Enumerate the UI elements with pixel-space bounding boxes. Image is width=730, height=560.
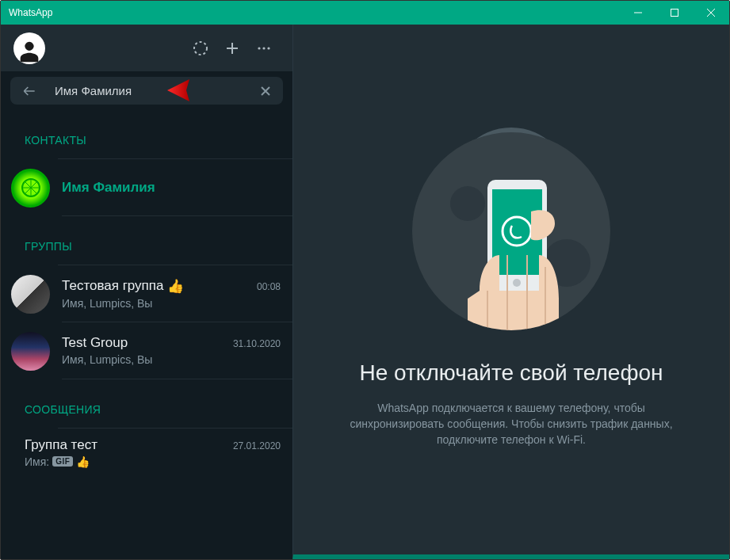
contact-avatar — [11, 169, 50, 208]
group-avatar — [11, 332, 50, 371]
message-row[interactable]: Группа тест 27.01.2020 Имя: GIF 👍 — [1, 429, 292, 476]
group-row[interactable]: Тестовая группа👍 00:08 Имя, Lumpics, Вы — [1, 265, 292, 322]
group-members: Имя, Lumpics, Вы — [62, 297, 281, 310]
main-title: Не отключайте свой телефон — [360, 360, 663, 386]
avatar-silhouette-icon — [16, 37, 43, 64]
lime-icon — [19, 176, 43, 200]
maximize-icon — [671, 9, 678, 17]
main-panel: Не отключайте свой телефон WhatsApp подк… — [292, 25, 729, 559]
titlebar: WhatsApp — [1, 1, 729, 25]
sidebar-header — [1, 25, 292, 71]
plus-icon — [223, 39, 242, 58]
hero-illustration — [412, 132, 610, 330]
search-box — [10, 77, 283, 105]
close-icon — [707, 9, 715, 17]
group-members: Имя, Lumpics, Вы — [62, 353, 281, 366]
app-window: WhatsApp — [0, 0, 730, 560]
group-name: Тестовая группа👍 — [62, 278, 257, 295]
phone-hand-icon — [412, 132, 610, 330]
window-controls — [620, 1, 729, 25]
svg-point-1 — [194, 42, 207, 55]
new-chat-button[interactable] — [216, 32, 248, 64]
gif-badge: GIF — [52, 456, 73, 467]
search-row — [1, 71, 292, 110]
svg-point-4 — [267, 47, 269, 49]
group-time: 00:08 — [257, 281, 281, 292]
titlebar-title: WhatsApp — [1, 7, 620, 18]
svg-point-2 — [258, 47, 260, 49]
section-groups: ГРУППЫ — [1, 216, 292, 265]
close-button[interactable] — [693, 1, 729, 25]
section-contacts: КОНТАКТЫ — [1, 110, 292, 158]
group-avatar — [11, 275, 50, 314]
thumbs-up-icon: 👍 — [76, 455, 90, 468]
menu-button[interactable] — [248, 32, 280, 64]
status-icon — [191, 39, 210, 58]
search-input[interactable] — [39, 84, 258, 97]
dots-icon — [254, 39, 273, 58]
content: КОНТАКТЫ Имя Фамилия ГРУППЫ — [1, 25, 729, 559]
minimize-button[interactable] — [620, 1, 656, 25]
profile-avatar[interactable] — [13, 32, 45, 64]
message-preview: Имя: GIF 👍 — [25, 455, 281, 468]
minimize-icon — [634, 9, 642, 17]
svg-point-11 — [513, 279, 521, 287]
svg-rect-0 — [671, 10, 678, 17]
group-row[interactable]: Test Group 31.10.2020 Имя, Lumpics, Вы — [1, 322, 292, 379]
group-time: 31.10.2020 — [233, 338, 281, 349]
sidebar: КОНТАКТЫ Имя Фамилия ГРУППЫ — [1, 25, 292, 559]
svg-point-3 — [262, 47, 265, 49]
thumbs-up-icon: 👍 — [167, 278, 184, 295]
maximize-button[interactable] — [656, 1, 693, 25]
x-icon — [259, 85, 272, 97]
contact-name: Имя Фамилия — [62, 180, 281, 196]
contact-row[interactable]: Имя Фамилия — [1, 159, 292, 216]
search-back-button[interactable] — [20, 83, 39, 99]
status-button[interactable] — [185, 32, 216, 64]
group-name: Test Group — [62, 335, 233, 351]
search-clear-button[interactable] — [258, 85, 273, 97]
main-description: WhatsApp подключается к вашему телефону,… — [337, 400, 686, 448]
message-time: 27.01.2020 — [233, 440, 281, 451]
message-chat-name: Группа тест — [25, 437, 233, 453]
search-results[interactable]: КОНТАКТЫ Имя Фамилия ГРУППЫ — [1, 110, 292, 559]
svg-point-6 — [450, 186, 485, 221]
section-messages: СООБЩЕНИЯ — [1, 379, 292, 428]
arrow-left-icon — [21, 83, 37, 99]
